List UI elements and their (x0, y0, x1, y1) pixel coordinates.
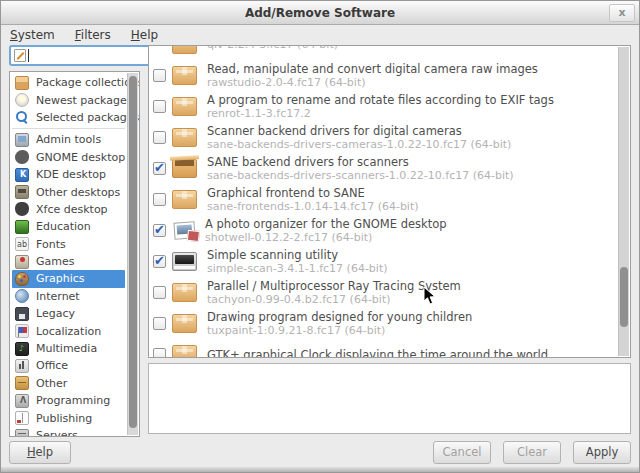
sidebar-item-label: Localization (36, 325, 101, 338)
package-row[interactable]: GTK+ graphical Clock displaying the time… (153, 339, 616, 358)
package-rows: qiv-2.2.4-3.fc17 (64-bit) Read, manipula… (153, 45, 616, 358)
package-checkbox[interactable] (153, 224, 166, 237)
package-summary: A program to rename and rotate files acc… (207, 93, 554, 107)
sidebar-item-kde-desktop[interactable]: KDE desktop (12, 166, 125, 183)
package-checkbox[interactable] (153, 100, 166, 113)
package-version: tachyon-0.99-0.4.b2.fc17 (64-bit) (207, 293, 461, 307)
sidebar-item-label: Other (36, 377, 67, 390)
sidebar-item-fonts[interactable]: Fonts (12, 236, 125, 253)
sidebar-item-servers[interactable]: Servers (12, 427, 125, 437)
package-box-icon (172, 345, 197, 358)
package-row[interactable]: Parallel / Multiprocessor Ray Tracing Sy… (153, 277, 616, 308)
graphics-icon (15, 272, 29, 286)
package-icon (15, 76, 29, 90)
package-checkbox[interactable] (153, 348, 166, 358)
right-column: qiv-2.2.4-3.fc17 (64-bit) Read, manipula… (148, 45, 631, 437)
multimedia-icon (15, 342, 29, 356)
sidebar-item-games[interactable]: Games (12, 253, 125, 270)
sidebar-item-publishing[interactable]: Publishing (12, 409, 125, 426)
other-icon (15, 376, 29, 390)
package-checkbox[interactable] (153, 193, 166, 206)
package-row[interactable]: Scanner backend drivers for digital came… (153, 122, 616, 153)
office-icon (15, 359, 29, 373)
help-button[interactable]: Help (9, 441, 71, 464)
scanner-icon (172, 252, 197, 271)
publishing-icon (15, 411, 29, 425)
menu-filters[interactable]: Filters (66, 27, 120, 43)
package-row[interactable]: A photo organizer for the GNOME desktop … (153, 215, 616, 246)
sidebar-item-label: Office (36, 359, 68, 372)
package-checkbox[interactable] (153, 317, 166, 330)
package-summary: Scanner backend drivers for digital came… (207, 124, 511, 138)
package-row[interactable]: Simple scanning utility simple-scan-3.4.… (153, 246, 616, 277)
package-checkbox[interactable] (153, 69, 166, 82)
xfce-icon (15, 202, 29, 216)
titlebar[interactable]: Add/Remove Software x (1, 1, 639, 25)
sidebar-item-other-desktops[interactable]: Other desktops (12, 183, 125, 200)
clear-button[interactable]: Clear (503, 441, 561, 464)
gnome-icon (15, 150, 29, 164)
package-row[interactable]: A program to rename and rotate files acc… (153, 91, 616, 122)
sidebar-item-graphics[interactable]: Graphics (12, 270, 125, 287)
sidebar-item-label: KDE desktop (36, 168, 106, 181)
package-checkbox[interactable] (153, 286, 166, 299)
package-summary: Parallel / Multiprocessor Ray Tracing Sy… (207, 279, 461, 293)
package-row[interactable]: Read, manipulate and convert digital cam… (153, 60, 616, 91)
programming-icon (15, 394, 29, 408)
menu-help[interactable]: Help (122, 27, 167, 43)
fonts-icon (15, 237, 29, 251)
sidebar-item-label: Games (36, 255, 74, 268)
sidebar-item-internet[interactable]: Internet (12, 288, 125, 305)
sidebar-item-newest-packages[interactable]: Newest packages (12, 91, 125, 108)
admin-icon (15, 133, 29, 147)
sidebar-item-label: Newest packages (36, 94, 132, 107)
package-summary: A photo organizer for the GNOME desktop (205, 217, 447, 231)
education-icon (15, 220, 29, 234)
package-row[interactable]: qiv-2.2.4-3.fc17 (64-bit) (153, 45, 616, 60)
package-summary: GTK+ graphical Clock displaying the time… (207, 348, 548, 359)
sidebar-item-label: Fonts (36, 238, 66, 251)
package-row[interactable]: Drawing program designed for young child… (153, 308, 616, 339)
package-version: shotwell-0.12.2-2.fc17 (64-bit) (205, 231, 447, 245)
sidebar-item-label: Internet (36, 290, 80, 303)
sidebar-item-xfce-desktop[interactable]: Xfce desktop (12, 201, 125, 218)
sidebar-item-office[interactable]: Office (12, 357, 125, 374)
sidebar-item-label: Publishing (36, 412, 92, 425)
sidebar-item-label: Servers (36, 429, 78, 437)
package-list-scrollbar-thumb[interactable] (620, 267, 628, 327)
sidebar-item-other[interactable]: Other (12, 375, 125, 392)
package-box-icon (172, 45, 197, 54)
package-row[interactable]: SANE backend drivers for scanners sane-b… (153, 153, 616, 184)
package-checkbox[interactable] (153, 255, 166, 268)
sidebar-scrollbar-thumb[interactable] (129, 76, 137, 428)
sidebar-item-package-collections[interactable]: Package collections (12, 74, 125, 91)
apply-button[interactable]: Apply (573, 441, 631, 464)
menu-system[interactable]: System (9, 27, 64, 43)
sidebar-item-label: Admin tools (36, 133, 101, 146)
package-checkbox[interactable] (153, 162, 166, 175)
package-version: sane-frontends-1.0.14-14.fc17 (64-bit) (207, 200, 419, 214)
close-button[interactable]: x (609, 4, 635, 22)
sidebar-item-localization[interactable]: Localization (12, 322, 125, 339)
package-checkbox[interactable] (153, 131, 166, 144)
cancel-button[interactable]: Cancel (433, 441, 491, 464)
sidebar-item-admin-tools[interactable]: Admin tools (12, 131, 125, 148)
sidebar-item-programming[interactable]: Programming (12, 392, 125, 409)
bulb-icon (15, 93, 29, 107)
package-version: tuxpaint-1:0.9.21-8.fc17 (64-bit) (207, 324, 472, 338)
sidebar-item-multimedia[interactable]: Multimedia (12, 340, 125, 357)
localization-icon (15, 324, 29, 338)
sidebar-item-gnome-desktop[interactable]: GNOME desktop (12, 149, 125, 166)
sidebar-item-selected-packages[interactable]: Selected packages (12, 109, 125, 126)
package-version: rawstudio-2.0-4.fc17 (64-bit) (207, 76, 538, 90)
package-list-scrollbar[interactable] (618, 47, 629, 356)
servers-icon (15, 429, 29, 438)
sidebar-item-legacy[interactable]: Legacy (12, 305, 125, 322)
sidebar-item-education[interactable]: Education (12, 218, 125, 235)
footer-bar: Help Cancel Clear Apply (1, 437, 639, 467)
photos-icon (173, 221, 195, 239)
package-row[interactable]: Graphical frontend to SANE sane-frontend… (153, 184, 616, 215)
package-box-icon (172, 66, 197, 85)
package-box-icon (172, 314, 197, 333)
sidebar-scrollbar[interactable] (127, 73, 138, 435)
